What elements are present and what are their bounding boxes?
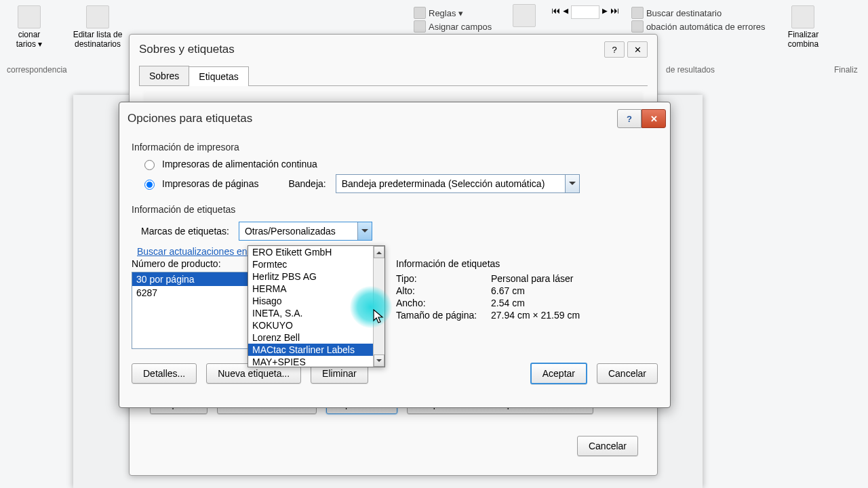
info-value: 27.94 cm × 21.59 cm xyxy=(491,310,580,321)
dialog-tabs: Sobres Etiquetas xyxy=(139,66,648,86)
ribbon-group-label: de resultados xyxy=(666,65,715,75)
nav-prev-icon[interactable]: ◀ xyxy=(563,5,568,19)
recipients-icon xyxy=(18,5,41,28)
radio-input[interactable] xyxy=(144,180,155,190)
rules-icon xyxy=(414,7,426,19)
product-number-listbox[interactable]: 30 por página 6287 xyxy=(132,272,252,349)
dropdown-item[interactable]: Herlitz PBS AG xyxy=(248,270,384,283)
ribbon-finish[interactable]: Finalizar combina xyxy=(770,3,835,52)
ribbon-group-label: Finaliz xyxy=(834,65,858,75)
ribbon-label: Editar lista de destinatarios xyxy=(64,30,132,49)
dropdown-item[interactable]: MACtac Starliner Labels xyxy=(248,344,384,356)
dialog-title: Sobres y etiquetas xyxy=(139,43,235,56)
dialog-titlebar: Opciones para etiquetas ? ✕ xyxy=(119,102,670,134)
label-vendor-combobox[interactable]: Otras/Personalizadas xyxy=(239,222,372,241)
label-details-header: Información de etiquetas xyxy=(396,258,658,269)
ribbon-find-recipient[interactable]: Buscar destinatario xyxy=(631,7,766,19)
finish-icon xyxy=(791,5,814,28)
nav-first-icon[interactable]: ⏮ xyxy=(551,5,560,19)
close-button[interactable]: ✕ xyxy=(627,41,648,58)
ribbon-group-label: correspondencia xyxy=(0,65,67,75)
vendor-label: Marcas de etiquetas: xyxy=(141,226,229,237)
dropdown-item[interactable]: Lorenz Bell xyxy=(248,331,384,344)
info-value: 6.67 cm xyxy=(491,285,525,296)
list-item[interactable]: 30 por página xyxy=(132,272,251,286)
edit-list-icon xyxy=(86,5,109,28)
radio-continuous-printers[interactable]: Impresoras de alimentación continua xyxy=(141,158,658,170)
dropdown-item[interactable]: HERMA xyxy=(248,283,384,295)
label-info-header: Información de etiquetas xyxy=(132,204,658,215)
ribbon-auto-check[interactable]: obación automática de errores xyxy=(631,20,766,33)
search-icon xyxy=(631,7,644,19)
close-button[interactable]: ✕ xyxy=(642,109,666,128)
radio-label: Impresoras de alimentación continua xyxy=(162,159,317,169)
tab-sobres[interactable]: Sobres xyxy=(139,66,189,85)
tray-combobox[interactable]: Bandeja predeterminada (Selección automá… xyxy=(336,174,580,193)
scroll-up-icon[interactable] xyxy=(374,246,384,258)
label-vendor-dropdown-list[interactable]: ERO Etikett GmbH Formtec Herlitz PBS AG … xyxy=(248,245,385,367)
details-button[interactable]: Detalles... xyxy=(132,363,197,384)
check-icon xyxy=(631,20,644,33)
ribbon-group: Reglas ▾ Asignar campos xyxy=(408,3,497,37)
nav-next-icon[interactable]: ▶ xyxy=(602,5,608,19)
dialog-title: Opciones para etiquetas xyxy=(127,112,252,125)
help-button[interactable]: ? xyxy=(617,109,642,128)
info-label: Tamaño de página: xyxy=(396,310,491,321)
list-item[interactable]: 6287 xyxy=(132,286,251,300)
preview-icon xyxy=(513,4,536,27)
dropdown-item[interactable]: MAY+SPIES xyxy=(248,356,384,367)
tab-etiquetas[interactable]: Etiquetas xyxy=(189,66,248,86)
ribbon-rules[interactable]: Reglas ▾ xyxy=(414,7,492,19)
info-value: 2.54 cm xyxy=(491,298,525,308)
info-value: Personal para láser xyxy=(491,273,573,284)
printer-info-header: Información de impresora xyxy=(132,142,658,152)
info-label: Ancho: xyxy=(396,298,491,308)
scroll-down-icon[interactable] xyxy=(374,354,384,367)
dropdown-item[interactable]: Hisago xyxy=(248,295,384,307)
dialog-titlebar: Sobres y etiquetas ? ✕ xyxy=(130,35,657,62)
info-label: Tipo: xyxy=(396,273,491,284)
tray-label: Bandeja: xyxy=(288,178,326,189)
radio-page-printers[interactable]: Impresoras de páginas xyxy=(141,178,258,190)
ribbon-label: cionar tarios ▾ xyxy=(5,30,53,49)
help-button[interactable]: ? xyxy=(604,41,625,58)
dropdown-item[interactable]: INETA, S.A. xyxy=(248,307,384,319)
label-options-dialog: Opciones para etiquetas ? ✕ Información … xyxy=(119,102,671,408)
dialog-button-row: Detalles... Nueva etiqueta... Eliminar A… xyxy=(132,363,658,384)
radio-label: Impresoras de páginas xyxy=(162,178,258,189)
info-label: Alto: xyxy=(396,285,491,296)
match-icon xyxy=(414,20,426,33)
dropdown-item[interactable]: Formtec xyxy=(248,258,384,270)
cancel-button[interactable]: Cancelar xyxy=(597,363,658,384)
product-number-label: Número de producto: xyxy=(132,258,260,269)
cancel-button[interactable]: Cancelar xyxy=(577,436,638,456)
dropdown-item[interactable]: ERO Etikett GmbH xyxy=(248,246,384,258)
tray-value: Bandeja predeterminada (Selección automá… xyxy=(336,178,565,189)
ribbon-preview-icon[interactable] xyxy=(497,3,551,27)
find-updates-link[interactable]: Buscar actualizaciones en xyxy=(137,246,248,257)
chevron-down-icon[interactable] xyxy=(357,222,372,240)
radio-input[interactable] xyxy=(144,160,155,170)
ribbon-match-fields[interactable]: Asignar campos xyxy=(414,20,492,33)
nav-last-icon[interactable]: ⏭ xyxy=(610,5,619,19)
ok-button[interactable]: Aceptar xyxy=(530,363,587,384)
ribbon-group: Buscar destinatario obación automática d… xyxy=(626,3,771,37)
vendor-value: Otras/Personalizadas xyxy=(239,226,357,237)
record-nav: ⏮ ◀ ▶ ⏭ xyxy=(551,3,619,19)
dropdown-item[interactable]: KOKUYO xyxy=(248,319,384,331)
ribbon-label: Finalizar combina xyxy=(776,30,830,49)
chevron-down-icon[interactable] xyxy=(565,175,579,192)
nav-record-field[interactable] xyxy=(571,5,599,19)
scrollbar[interactable] xyxy=(373,246,384,367)
ribbon-item[interactable]: cionar tarios ▾ xyxy=(0,3,58,52)
ribbon-item[interactable]: Editar lista de destinatarios xyxy=(58,3,137,52)
